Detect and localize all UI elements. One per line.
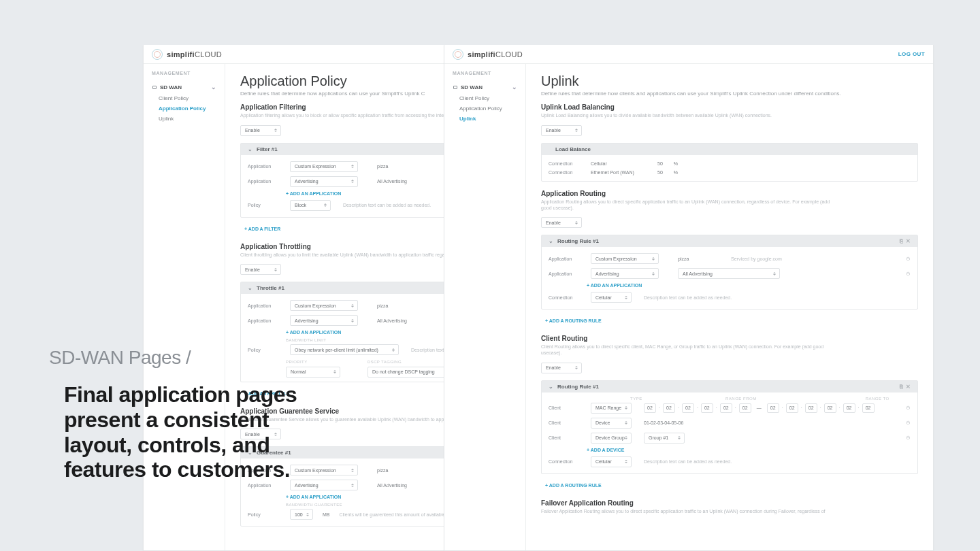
enable-select[interactable]: Enable — [240, 264, 281, 275]
sidebar-item-client-policy[interactable]: Client Policy — [444, 93, 525, 103]
section-title-load-balancing: Uplink Load Balancing — [541, 103, 918, 111]
sidebar-item-client-policy[interactable]: Client Policy — [144, 93, 225, 103]
client-routing-card: ⌄Routing Rule #1⎘✕ TYPERANGE FROMRANGE T… — [541, 380, 918, 474]
logo-icon — [453, 49, 463, 60]
section-title-failover: Failover Application Routing — [541, 499, 918, 507]
app-select[interactable]: Advertising — [290, 176, 358, 187]
logout-link[interactable]: LOG OUT — [898, 51, 925, 57]
remove-icon[interactable]: ⊖ — [906, 256, 911, 262]
section-title-client-routing: Client Routing — [541, 335, 918, 342]
card-header[interactable]: ⌄Routing Rule #1⎘✕ — [542, 235, 917, 247]
enable-select[interactable]: Enable — [541, 217, 582, 228]
enable-select[interactable]: Enable — [541, 363, 582, 373]
page-title: Uplink — [541, 73, 918, 89]
app-select[interactable]: Custom Expression — [290, 161, 358, 172]
sdwan-icon — [152, 84, 157, 90]
copy-icon[interactable]: ⎘ — [900, 384, 903, 390]
mac-range-input[interactable]: 02·02·02·02·02·02 — 02·02·02·02·02·02 — [644, 403, 875, 413]
collapse-icon: ⌄ — [549, 384, 553, 390]
top-bar: simplifiCLOUD LOG OUT — [444, 45, 933, 64]
section-title-app-routing: Application Routing — [541, 190, 918, 197]
add-application-link[interactable]: + ADD AN APPLICATION — [549, 281, 911, 290]
add-routing-rule-link[interactable]: + ADD A ROUTING RULE — [541, 316, 918, 325]
add-routing-rule-link[interactable]: + ADD A ROUTING RULE — [541, 481, 918, 490]
policy-select[interactable]: Block — [290, 200, 331, 211]
sidebar-section-label: MANAGEMENT — [144, 71, 225, 81]
chevron-down-icon: ⌄ — [211, 84, 216, 90]
remove-icon[interactable]: ⊖ — [906, 271, 911, 277]
collapse-icon: ⌄ — [549, 238, 553, 244]
page-uplink: simplifiCLOUD LOG OUT MANAGEMENT SD WAN … — [444, 45, 934, 551]
sidebar-item-application-policy[interactable]: Application Policy — [144, 103, 225, 114]
caption-pre: SD-WAN Pages / — [49, 347, 335, 369]
card-header: Load Balance — [542, 144, 917, 155]
add-device-link[interactable]: + ADD A DEVICE — [549, 446, 911, 454]
close-icon[interactable]: ✕ — [906, 238, 911, 244]
enable-select[interactable]: Enable — [240, 125, 281, 136]
sidebar: MANAGEMENT SD WAN ⌄ Client Policy Applic… — [444, 64, 526, 550]
sidebar-root[interactable]: SD WAN ⌄ — [444, 81, 525, 93]
remove-icon[interactable]: ⊖ — [906, 420, 911, 426]
collapse-icon: ⌄ — [248, 146, 252, 152]
sdwan-icon — [453, 84, 458, 90]
enable-select[interactable]: Enable — [541, 125, 582, 136]
collapse-icon: ⌄ — [248, 285, 252, 291]
routing-rule-card: ⌄Routing Rule #1⎘✕ ApplicationCustom Exp… — [541, 235, 918, 310]
logo-icon — [152, 49, 163, 60]
remove-icon[interactable]: ⊖ — [906, 405, 911, 411]
caption: SD-WAN Pages / Final application pages p… — [49, 347, 335, 492]
brand-text: simplifiCLOUD — [167, 50, 222, 59]
copy-icon[interactable]: ⎘ — [900, 238, 903, 244]
card-header[interactable]: ⌄Routing Rule #1⎘✕ — [542, 381, 917, 393]
close-icon[interactable]: ✕ — [906, 384, 911, 390]
brand: simplifiCLOUD — [152, 49, 222, 60]
sidebar-item-uplink[interactable]: Uplink — [444, 114, 525, 124]
remove-icon[interactable]: ⊖ — [906, 435, 911, 441]
sidebar-item-application-policy[interactable]: Application Policy — [444, 103, 525, 114]
caption-main: Final application pages present a consis… — [49, 373, 335, 492]
chevron-down-icon: ⌄ — [512, 84, 517, 90]
main-content: Uplink Define rules that determine how c… — [526, 64, 933, 550]
brand: simplifiCLOUD — [453, 49, 523, 60]
sidebar-item-uplink[interactable]: Uplink — [144, 114, 225, 124]
sidebar-root[interactable]: SD WAN ⌄ — [144, 81, 225, 93]
load-balance-card: Load Balance ConnectionCellular50% Conne… — [541, 143, 918, 182]
